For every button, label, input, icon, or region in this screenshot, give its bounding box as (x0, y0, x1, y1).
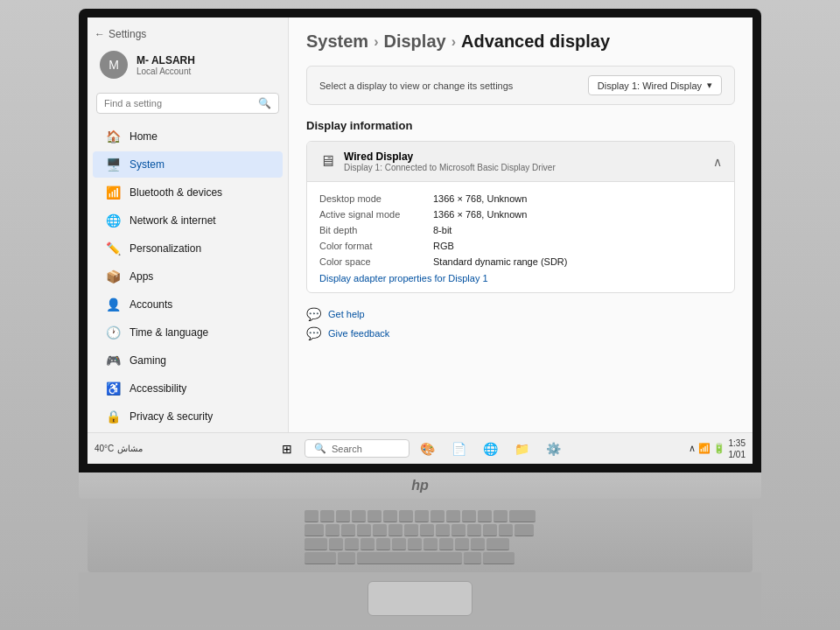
back-button[interactable]: ← Settings (88, 24, 288, 44)
give-feedback-label: Give feedback (328, 328, 389, 339)
sidebar-item-accessibility[interactable]: ♿ Accessibility (93, 375, 283, 402)
main-content: System › Display › Advanced display Sele… (289, 18, 752, 432)
sidebar-item-label: Personalization (130, 242, 201, 255)
clock-time: 1:35 (729, 438, 746, 449)
sidebar-item-time[interactable]: 🕐 Time & language (93, 319, 283, 346)
accounts-icon: 👤 (105, 297, 121, 312)
search-icon: 🔍 (258, 97, 271, 109)
sidebar-item-accounts[interactable]: 👤 Accounts (93, 291, 283, 318)
taskbar-search[interactable]: 🔍 Search (304, 439, 410, 458)
collapse-button[interactable]: ∧ (713, 155, 722, 169)
taskbar-search-placeholder: Search (332, 444, 362, 454)
taskbar-search-icon: 🔍 (314, 443, 326, 454)
detail-value-desktop: 1366 × 768, Unknown (433, 193, 527, 204)
sidebar-item-gaming[interactable]: 🎮 Gaming (93, 347, 283, 374)
back-arrow-icon: ← (94, 28, 105, 40)
breadcrumb-system[interactable]: System (306, 32, 368, 52)
sidebar-item-label: System (130, 158, 164, 171)
accessibility-icon: ♿ (105, 381, 121, 396)
privacy-icon: 🔒 (105, 409, 121, 424)
breadcrumb: System › Display › Advanced display (306, 32, 735, 52)
settings-window: ← Settings M M- ALSARH Local Account (88, 18, 752, 432)
sidebar-item-privacy[interactable]: 🔒 Privacy & security (93, 403, 283, 430)
display-info-card: 🖥 Wired Display Display 1: Connected to … (306, 141, 735, 293)
clock-date: 1/01 (729, 449, 746, 460)
sidebar-item-personalization[interactable]: ✏️ Personalization (93, 235, 283, 262)
user-subtitle: Local Account (136, 66, 195, 76)
detail-label-colorformat: Color format (319, 241, 433, 251)
sidebar-item-label: Bluetooth & devices (130, 186, 222, 199)
sidebar-item-label: Time & language (130, 326, 208, 339)
breadcrumb-sep1: › (374, 34, 378, 50)
sidebar-item-label: Gaming (130, 354, 166, 367)
home-icon: 🏠 (105, 129, 121, 144)
windows-icon: ⊞ (282, 442, 292, 456)
detail-label-desktop: Desktop mode (319, 193, 433, 204)
detail-value-colorformat: RGB (433, 241, 454, 251)
sidebar-item-system[interactable]: 🖥️ System (93, 151, 283, 178)
apps-icon: 📦 (105, 269, 121, 284)
keyboard-area (88, 502, 752, 572)
tray-battery-icon: 🔋 (713, 443, 725, 454)
taskbar-center: ⊞ 🔍 Search 🎨 📄 🌐 📁 ⚙️ (273, 435, 567, 463)
start-button[interactable]: ⊞ (273, 435, 301, 463)
display-card-title-group: Wired Display Display 1: Connected to Mi… (344, 150, 556, 172)
sidebar-item-label: Accessibility (130, 382, 186, 395)
sidebar-item-network[interactable]: 🌐 Network & internet (93, 207, 283, 234)
detail-value-colorspace: Standard dynamic range (SDR) (433, 256, 567, 267)
temp-label: 40°C (94, 444, 114, 453)
system-icon: 🖥️ (105, 157, 121, 172)
display-details: Desktop mode 1366 × 768, Unknown Active … (307, 182, 734, 292)
display-card-subtitle: Display 1: Connected to Microsoft Basic … (344, 163, 556, 172)
hp-logo: hp (411, 478, 429, 494)
sidebar-item-home[interactable]: 🏠 Home (93, 123, 283, 150)
avatar-initial: M (108, 58, 119, 72)
bluetooth-icon: 📶 (105, 185, 121, 200)
sidebar-item-label: Accounts (130, 298, 172, 311)
detail-row-signal: Active signal mode 1366 × 768, Unknown (319, 206, 722, 222)
give-feedback-item[interactable]: 💬 Give feedback (306, 326, 735, 340)
gaming-icon: 🎮 (105, 353, 121, 368)
get-help-item[interactable]: 💬 Get help (306, 307, 735, 321)
laptop-bottom-bar: hp (79, 472, 761, 499)
monitor-icon: 🖥 (319, 152, 335, 171)
user-info: M- ALSARH Local Account (136, 54, 195, 76)
section-header: Display information (306, 119, 735, 132)
network-icon: 🌐 (105, 213, 121, 228)
detail-label-colorspace: Color space (319, 256, 433, 267)
display-card-header: 🖥 Wired Display Display 1: Connected to … (307, 142, 734, 182)
breadcrumb-display[interactable]: Display (383, 32, 445, 52)
display-dropdown[interactable]: Display 1: Wired Display ▾ (588, 75, 722, 95)
help-section: 💬 Get help 💬 Give feedback (306, 307, 735, 340)
sidebar-item-apps[interactable]: 📦 Apps (93, 263, 283, 290)
location-label: مشاش (117, 444, 143, 453)
detail-value-signal: 1366 × 768, Unknown (433, 209, 527, 220)
detail-row-desktop: Desktop mode 1366 × 768, Unknown (319, 191, 722, 206)
taskbar-app2[interactable]: 📄 (444, 435, 472, 463)
sidebar-item-label: Home (130, 130, 158, 143)
trackpad-area (79, 572, 761, 625)
taskbar-app4[interactable]: 📁 (508, 435, 536, 463)
system-tray: ∧ 📶 🔋 (689, 443, 725, 454)
search-input[interactable] (104, 98, 253, 108)
sidebar-item-bluetooth[interactable]: 📶 Bluetooth & devices (93, 179, 283, 206)
taskbar-app1[interactable]: 🎨 (413, 435, 441, 463)
detail-value-bitdepth: 8-bit (433, 225, 452, 235)
search-box[interactable]: 🔍 (96, 93, 279, 114)
dropdown-chevron-icon: ▾ (707, 80, 712, 91)
detail-row-colorspace: Color space Standard dynamic range (SDR) (319, 254, 722, 270)
taskbar-left: 40°C مشاش (94, 444, 143, 453)
tray-time-date: 1:35 1/01 (729, 438, 746, 460)
display-card-title: Wired Display (344, 150, 556, 163)
user-profile: M M- ALSARH Local Account (88, 44, 288, 89)
trackpad[interactable] (368, 581, 472, 616)
screen-bezel: ← Settings M M- ALSARH Local Account (79, 9, 761, 472)
sidebar-item-label: Privacy & security (130, 410, 213, 423)
taskbar-app5[interactable]: ⚙️ (539, 435, 567, 463)
display-select-label: Select a display to view or change its s… (319, 80, 513, 91)
tray-arrow-icon[interactable]: ∧ (689, 443, 696, 454)
adapter-link[interactable]: Display adapter properties for Display 1 (319, 273, 722, 284)
sidebar-item-label: Network & internet (130, 214, 216, 227)
feedback-icon: 💬 (306, 326, 321, 340)
taskbar-app3[interactable]: 🌐 (476, 435, 504, 463)
